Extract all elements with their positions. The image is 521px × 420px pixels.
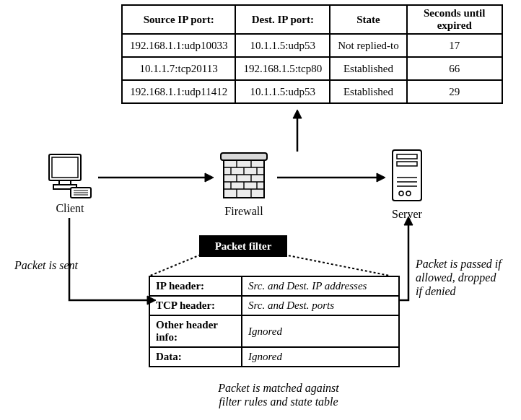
pf-val: Src. and Dest. IP addresses (242, 276, 399, 296)
table-row: 192.168.1.1:udp10033 10.1.1.5:udp53 Not … (122, 34, 502, 57)
note-line: Packet is matched against (199, 381, 358, 395)
note-line: filter rules and state table (199, 395, 358, 408)
table-header-row: Source IP port: Dest. IP port: State Sec… (122, 5, 502, 34)
svg-marker-37 (205, 173, 214, 182)
pf-key: TCP header: (149, 296, 242, 315)
server-node: Server (387, 149, 427, 221)
table-row: 10.1.1.7:tcp20113 192.168.1.5:tcp80 Esta… (122, 57, 502, 80)
cell: 66 (407, 57, 502, 80)
client-node: Client (45, 152, 95, 215)
pf-val: Ignored (242, 315, 399, 347)
table-row: 192.168.1.1:udp11412 10.1.1.5:udp53 Esta… (122, 80, 502, 103)
svg-point-32 (399, 191, 403, 196)
note-line: allowed, dropped (416, 271, 502, 284)
svg-marker-39 (377, 173, 385, 182)
svg-rect-9 (224, 160, 264, 198)
svg-marker-43 (404, 216, 413, 225)
table-row: IP header: Src. and Dest. IP addresses (149, 276, 399, 296)
state-table: Source IP port: Dest. IP port: State Sec… (121, 4, 503, 104)
cell: 192.168.1.1:udp11412 (122, 80, 235, 103)
firewall-icon (214, 152, 274, 202)
svg-point-33 (406, 191, 411, 196)
pf-key: Other header info: (149, 315, 242, 347)
cell: 10.1.1.7:tcp20113 (122, 57, 235, 80)
table-row: Other header info: Ignored (149, 315, 399, 347)
note-line: Packet is passed if (416, 257, 502, 271)
svg-rect-1 (52, 157, 78, 178)
cell: 10.1.1.5:udp53 (235, 80, 330, 103)
client-icon (45, 152, 95, 199)
pf-key: Data: (149, 347, 242, 367)
table-row: Data: Ignored (149, 347, 399, 367)
pf-val: Ignored (242, 347, 399, 367)
cell: 192.168.1.5:tcp80 (235, 57, 330, 80)
cell: 10.1.1.5:udp53 (235, 34, 330, 57)
svg-rect-27 (397, 154, 417, 159)
col-source: Source IP port: (122, 5, 235, 34)
client-label: Client (45, 202, 95, 215)
note-line: if denied (416, 284, 502, 298)
col-dest: Dest. IP port: (235, 5, 330, 34)
cell: Established (330, 80, 407, 103)
table-row: TCP header: Src. and Dest. ports (149, 296, 399, 315)
pf-val: Src. and Dest. ports (242, 296, 399, 315)
svg-rect-28 (397, 162, 417, 166)
svg-line-35 (284, 255, 390, 276)
cell: Not replied-to (330, 34, 407, 57)
cell: 192.168.1.1:udp10033 (122, 34, 235, 57)
svg-rect-8 (221, 153, 267, 160)
arrow-firewall-to-server (276, 172, 385, 183)
firewall-label: Firewall (214, 205, 274, 218)
connector-lines (144, 253, 397, 277)
cell: 29 (407, 80, 502, 103)
note-sent: Packet is sent (14, 258, 78, 272)
cell: Established (330, 57, 407, 80)
arrow-client-to-firewall (97, 172, 214, 183)
pf-key: IP header: (149, 276, 242, 296)
svg-line-34 (150, 255, 201, 276)
arrow-packet-passed (398, 216, 417, 303)
arrow-up-to-state-table (292, 110, 303, 152)
svg-marker-41 (293, 110, 302, 118)
note-passed: Packet is passed if allowed, dropped if … (416, 257, 502, 299)
firewall-node: Firewall (214, 152, 274, 218)
packet-filter-table: IP header: Src. and Dest. IP addresses T… (149, 276, 400, 367)
col-state: State (330, 5, 407, 34)
svg-marker-42 (147, 296, 156, 305)
server-icon (387, 149, 427, 205)
cell: 17 (407, 34, 502, 57)
col-expired: Seconds until expired (407, 5, 502, 34)
note-matched: Packet is matched against filter rules a… (199, 381, 358, 408)
